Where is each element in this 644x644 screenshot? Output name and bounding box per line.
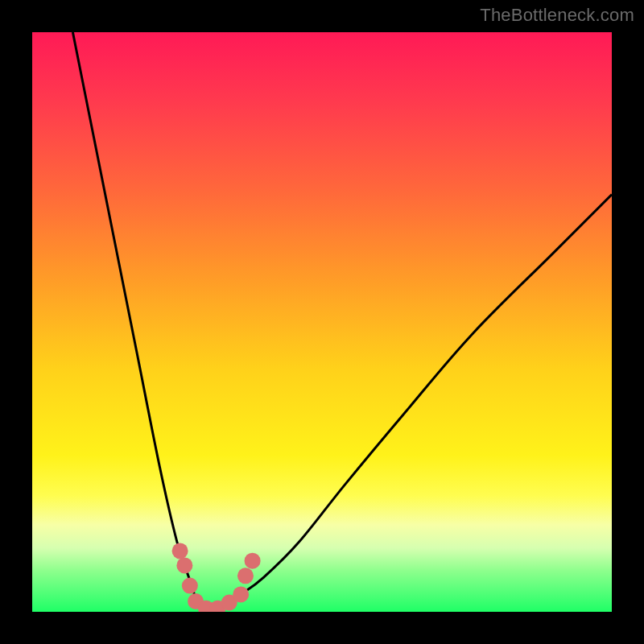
plot-area xyxy=(32,32,612,612)
data-marker xyxy=(245,553,261,569)
data-marker xyxy=(172,543,188,559)
data-marker xyxy=(237,568,254,584)
data-marker xyxy=(233,586,249,602)
data-marker xyxy=(176,557,192,573)
chart-svg xyxy=(32,32,612,612)
watermark-text: TheBottleneck.com xyxy=(480,5,634,26)
data-marker xyxy=(182,578,198,594)
chart-frame: TheBottleneck.com xyxy=(0,0,644,644)
marker-group xyxy=(172,543,261,612)
curve-right-branch xyxy=(212,195,612,610)
curve-left-branch xyxy=(72,32,212,610)
